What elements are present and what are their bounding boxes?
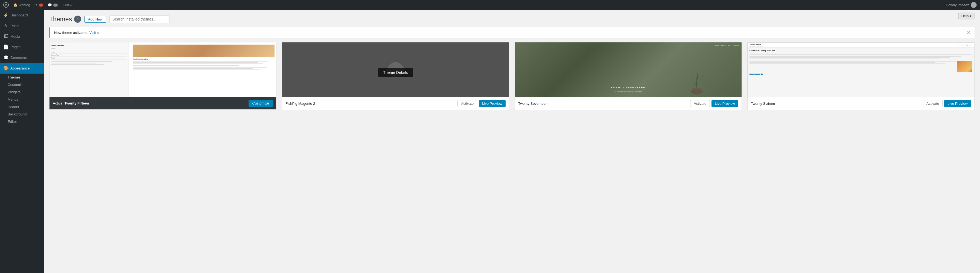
posts-icon: ✎ bbox=[3, 23, 8, 29]
twenty-seventeen-sub: WordPress.org Theme by WordPress bbox=[515, 91, 741, 92]
theme-details-button[interactable]: Theme Details bbox=[378, 68, 413, 77]
theme-card-twenty-seventeen[interactable]: TWENTY SEVENTEEN WordPress.org Theme by … bbox=[515, 42, 742, 110]
theme-card-twenty-sixteen[interactable]: Twenty SixteenJust another WordPress sit… bbox=[747, 42, 975, 110]
page-title: Themes 4 bbox=[49, 16, 81, 23]
theme-actions-twenty-seventeen: Activate Live Preview bbox=[690, 100, 738, 107]
activate-fishpig-button[interactable]: Activate bbox=[457, 100, 477, 107]
theme-footer-fishpig: FishPig Magento 2 Activate Live Preview bbox=[282, 97, 509, 110]
page-header: Themes 4 Add New bbox=[49, 15, 975, 23]
avatar bbox=[971, 2, 977, 8]
appearance-icon: 🎨 bbox=[3, 65, 8, 71]
theme-screenshot-twenty-seventeen: TWENTY SEVENTEEN WordPress.org Theme by … bbox=[515, 42, 741, 97]
sidebar-sub-widgets[interactable]: Widgets bbox=[0, 88, 44, 96]
active-theme-label: Active: Twenty Fifteen bbox=[53, 101, 89, 105]
content-area: Help ▾ Themes 4 Add New New theme activa… bbox=[44, 10, 980, 273]
theme-card-fishpig[interactable]: Theme Details FishPig Magento 2 Activate… bbox=[282, 42, 509, 110]
sidebar-item-media[interactable]: 🖼 Media bbox=[0, 31, 44, 42]
sidebar-item-posts[interactable]: ✎ Posts bbox=[0, 21, 44, 31]
sidebar-item-comments[interactable]: 💬 Comments bbox=[0, 52, 44, 63]
activation-notice: New theme activated. Visit site ✕ bbox=[49, 27, 975, 38]
customize-button[interactable]: Customize bbox=[248, 100, 273, 107]
wp-logo[interactable] bbox=[3, 2, 9, 8]
live-preview-sixteen-button[interactable]: Live Preview bbox=[944, 100, 971, 107]
search-input[interactable] bbox=[110, 15, 170, 23]
theme-screenshot-twenty-fifteen: Twenty Fifteen wpblog Home Sample Page A… bbox=[49, 42, 276, 97]
comments-icon: 💬 bbox=[3, 55, 8, 60]
live-preview-seventeen-button[interactable]: Live Preview bbox=[711, 100, 738, 107]
admin-bar-comments-icon: 💬 bbox=[48, 3, 52, 7]
howdy-text[interactable]: Howdy, moeez bbox=[946, 2, 977, 8]
media-icon: 🖼 bbox=[3, 34, 8, 39]
admin-bar-site[interactable]: 🏠 wpblog bbox=[13, 3, 30, 7]
theme-screenshot-fishpig: Theme Details bbox=[282, 42, 509, 97]
sidebar-sub-customize[interactable]: Customize bbox=[0, 81, 44, 88]
activate-seventeen-button[interactable]: Activate bbox=[690, 100, 710, 107]
theme-count-badge: 4 bbox=[74, 16, 81, 23]
live-preview-fishpig-button[interactable]: Live Preview bbox=[479, 100, 506, 107]
themes-grid: Twenty Fifteen wpblog Home Sample Page A… bbox=[49, 42, 975, 110]
admin-bar-comments[interactable]: 💬 0 bbox=[48, 3, 58, 7]
plant-illustration bbox=[686, 67, 708, 97]
sidebar-item-appearance[interactable]: 🎨 Appearance bbox=[0, 63, 44, 73]
visit-site-link[interactable]: Visit site bbox=[89, 30, 103, 35]
theme-footer-twenty-fifteen: Active: Twenty Fifteen Customize bbox=[49, 97, 276, 109]
admin-bar-right: Howdy, moeez bbox=[946, 2, 977, 8]
theme-name-fishpig: FishPig Magento 2 bbox=[285, 102, 315, 105]
sidebar-item-dashboard[interactable]: ⚡ Dashboard bbox=[0, 10, 44, 21]
theme-actions-twenty-sixteen: Activate Live Preview bbox=[923, 100, 971, 107]
admin-bar: 🏠 wpblog ⟳ 1 💬 0 + New Howdy, moeez bbox=[0, 0, 980, 10]
admin-bar-updates-icon: ⟳ bbox=[35, 3, 37, 7]
theme-actions-fishpig: Activate Live Preview bbox=[457, 100, 506, 107]
tsix-site-title: Twenty SixteenJust another WordPress sit… bbox=[749, 43, 763, 47]
theme-name-twenty-sixteen: Twenty Sixteen bbox=[751, 102, 775, 105]
pages-icon: 📄 bbox=[3, 44, 8, 49]
sidebar-sub-themes[interactable]: Themes bbox=[0, 73, 44, 81]
admin-bar-house-icon: 🏠 bbox=[13, 3, 18, 7]
theme-footer-twenty-seventeen: Twenty Seventeen Activate Live Preview bbox=[515, 97, 741, 110]
sidebar-sub-editor[interactable]: Editor bbox=[0, 118, 44, 125]
add-new-button[interactable]: Add New bbox=[84, 16, 106, 23]
tsix-nav: Home About Blog Guides bbox=[958, 44, 972, 46]
notice-text: New theme activated. Visit site bbox=[54, 30, 103, 35]
admin-bar-updates[interactable]: ⟳ 1 bbox=[35, 3, 43, 7]
theme-overlay-fishpig: Theme Details bbox=[282, 42, 509, 97]
sidebar-item-pages[interactable]: 📄 Pages bbox=[0, 42, 44, 52]
main-layout: ⚡ Dashboard ✎ Posts 🖼 Media 📄 Pages 💬 Co… bbox=[0, 10, 980, 273]
twenty-seventeen-title: TWENTY SEVENTEEN bbox=[515, 86, 741, 89]
sidebar: ⚡ Dashboard ✎ Posts 🖼 Media 📄 Pages 💬 Co… bbox=[0, 10, 44, 273]
sidebar-sub-header[interactable]: Header bbox=[0, 103, 44, 110]
sidebar-sub-menus[interactable]: Menus bbox=[0, 96, 44, 103]
sidebar-sub-background[interactable]: Background bbox=[0, 110, 44, 118]
theme-name-twenty-seventeen: Twenty Seventeen bbox=[518, 102, 547, 105]
activate-sixteen-button[interactable]: Activate bbox=[923, 100, 943, 107]
admin-bar-new[interactable]: + New bbox=[62, 3, 72, 7]
theme-screenshot-twenty-sixteen: Twenty SixteenJust another WordPress sit… bbox=[748, 42, 974, 97]
help-button[interactable]: Help ▾ bbox=[958, 13, 975, 19]
notice-close-button[interactable]: ✕ bbox=[967, 30, 971, 35]
theme-card-twenty-fifteen[interactable]: Twenty Fifteen wpblog Home Sample Page A… bbox=[49, 42, 277, 110]
dashboard-icon: ⚡ bbox=[3, 13, 8, 18]
theme-footer-twenty-sixteen: Twenty Sixteen Activate Live Preview bbox=[748, 97, 974, 110]
